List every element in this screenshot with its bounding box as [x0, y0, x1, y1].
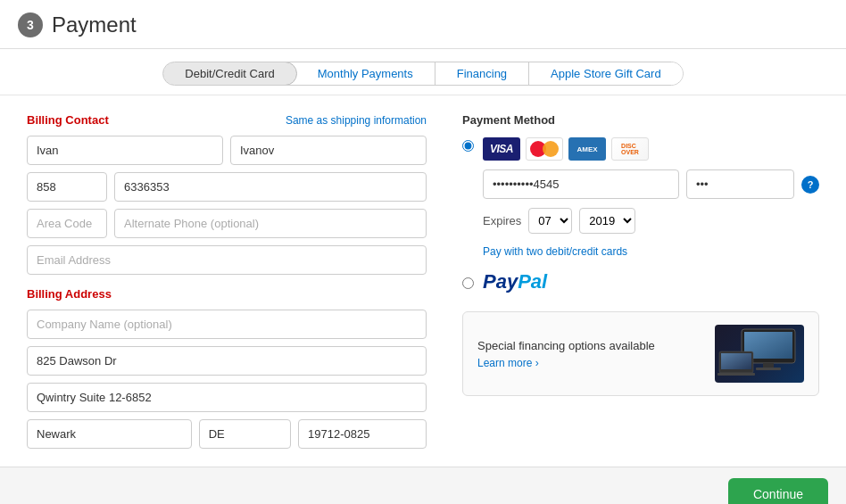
payment-tabs: Debit/Credit Card Monthly Payments Finan…: [162, 62, 683, 86]
page-header: 3 Payment: [0, 0, 846, 49]
email-row: [27, 245, 427, 275]
page-title: Payment: [52, 12, 137, 37]
svg-rect-3: [763, 363, 774, 368]
first-name-input[interactable]: [27, 136, 223, 165]
discover-icon: DISCOVER: [611, 137, 649, 161]
two-cards-container: Pay with two debit/credit cards: [483, 244, 819, 258]
phone-row: [27, 172, 427, 202]
card-number-row: ?: [483, 169, 819, 199]
state-input[interactable]: [199, 419, 291, 449]
name-row: [27, 136, 427, 165]
city-state-zip-row: [27, 419, 427, 449]
page-footer: Continue: [0, 467, 846, 504]
alt-phone-row: [27, 209, 427, 238]
main-content: Billing Contact Same as shipping informa…: [0, 95, 846, 467]
company-input[interactable]: [27, 310, 427, 339]
payment-method-title: Payment Method: [462, 113, 819, 127]
amex-icon: AMEX: [568, 137, 606, 161]
email-input[interactable]: [27, 245, 427, 275]
expires-label: Expires: [483, 214, 521, 227]
apt-input[interactable]: [27, 383, 427, 412]
same-as-shipping-link[interactable]: Same as shipping information: [286, 114, 427, 127]
financing-title: Special financing options available: [477, 339, 715, 352]
svg-rect-4: [756, 368, 781, 370]
tab-monthly-payments[interactable]: Monthly Payments: [296, 62, 435, 85]
phone-input[interactable]: [114, 172, 427, 202]
mac-illustration: [715, 325, 804, 383]
area-code-alt-input[interactable]: [27, 209, 107, 238]
billing-contact-header: Billing Contact Same as shipping informa…: [27, 113, 427, 127]
street-row: [27, 346, 427, 376]
billing-contact-title: Billing Contact: [27, 113, 109, 127]
card-payment-option: VISA AMEX DISCOVER ? Exp: [462, 137, 819, 258]
expires-year-select[interactable]: 2019 2017 2018 2020 2021 2022: [579, 208, 635, 234]
apt-row: [27, 383, 427, 412]
card-number-input[interactable]: [483, 169, 679, 199]
card-icons-container: VISA AMEX DISCOVER ? Exp: [483, 137, 819, 258]
alt-phone-input[interactable]: [114, 209, 427, 238]
paypal-payment-option: PayPal: [462, 270, 819, 293]
card-icons: VISA AMEX DISCOVER: [483, 137, 819, 161]
financing-text: Special financing options available Lear…: [477, 339, 715, 369]
financing-image: [715, 325, 804, 383]
mastercard-icon: [526, 137, 563, 161]
two-cards-link[interactable]: Pay with two debit/credit cards: [483, 245, 627, 258]
left-panel: Billing Contact Same as shipping informa…: [27, 113, 427, 449]
paypal-pal: Pal: [518, 270, 547, 293]
financing-banner: Special financing options available Lear…: [462, 311, 819, 396]
paypal-logo: PayPal: [483, 270, 547, 293]
paypal-radio[interactable]: [462, 277, 474, 289]
billing-address-section: Billing Address: [27, 287, 427, 449]
city-input[interactable]: [27, 419, 192, 449]
cvv-input[interactable]: [686, 169, 794, 199]
continue-button[interactable]: Continue: [728, 478, 828, 504]
svg-rect-8: [717, 373, 755, 376]
tab-gift-card[interactable]: Apple Store Gift Card: [529, 62, 683, 85]
financing-learn-more-link[interactable]: Learn more ›: [477, 357, 539, 369]
billing-address-title: Billing Address: [27, 287, 427, 301]
step-badge: 3: [18, 12, 43, 37]
company-row: [27, 310, 427, 339]
svg-rect-7: [721, 353, 751, 369]
zip-input[interactable]: [298, 419, 427, 449]
last-name-input[interactable]: [230, 136, 427, 165]
cvv-help-button[interactable]: ?: [801, 176, 819, 194]
tab-debit-credit[interactable]: Debit/Credit Card: [162, 62, 296, 86]
area-code-input[interactable]: [27, 172, 107, 202]
expires-row: Expires 07 01 02 03 04 05 06 08 09 10: [483, 208, 819, 234]
expires-month-select[interactable]: 07 01 02 03 04 05 06 08 09 10 11 12: [528, 208, 572, 234]
tab-financing[interactable]: Financing: [435, 62, 529, 85]
right-panel: Payment Method VISA AMEX DISCOVER: [462, 113, 819, 449]
visa-icon: VISA: [483, 137, 520, 161]
tabs-container: Debit/Credit Card Monthly Payments Finan…: [0, 49, 846, 95]
card-radio[interactable]: [462, 140, 474, 152]
street-input[interactable]: [27, 346, 427, 376]
paypal-pay: Pay: [483, 270, 518, 293]
